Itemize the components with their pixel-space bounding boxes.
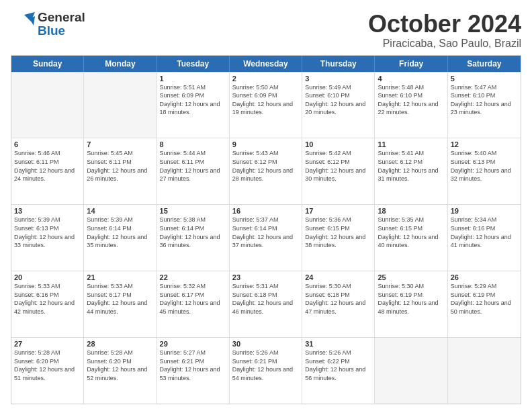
day-number: 2 — [232, 75, 299, 83]
day-info: Sunrise: 5:27 AM Sunset: 6:21 PM Dayligh… — [160, 349, 226, 382]
day-info: Sunrise: 5:38 AM Sunset: 6:14 PM Dayligh… — [160, 216, 226, 249]
day-info: Sunrise: 5:51 AM Sunset: 6:09 PM Dayligh… — [160, 83, 226, 117]
calendar-week-row: 13Sunrise: 5:39 AM Sunset: 6:13 PM Dayli… — [11, 204, 521, 271]
day-info: Sunrise: 5:33 AM Sunset: 6:17 PM Dayligh… — [87, 282, 153, 316]
day-info: Sunrise: 5:45 AM Sunset: 6:11 PM Dayligh… — [87, 149, 153, 183]
calendar-day-cell: 10Sunrise: 5:42 AM Sunset: 6:12 PM Dayli… — [302, 138, 375, 204]
day-number: 5 — [451, 75, 518, 83]
day-info: Sunrise: 5:33 AM Sunset: 6:16 PM Dayligh… — [14, 282, 81, 316]
day-info: Sunrise: 5:42 AM Sunset: 6:12 PM Dayligh… — [305, 149, 371, 183]
day-number: 1 — [160, 75, 226, 83]
day-number: 28 — [87, 340, 153, 348]
day-info: Sunrise: 5:48 AM Sunset: 6:10 PM Dayligh… — [378, 83, 444, 117]
day-info: Sunrise: 5:39 AM Sunset: 6:13 PM Dayligh… — [14, 216, 81, 249]
day-info: Sunrise: 5:30 AM Sunset: 6:18 PM Dayligh… — [305, 282, 371, 316]
day-number: 21 — [87, 273, 153, 281]
day-number: 18 — [378, 207, 444, 215]
calendar-day-cell: 30Sunrise: 5:26 AM Sunset: 6:21 PM Dayli… — [230, 338, 302, 404]
calendar-day-cell: 11Sunrise: 5:41 AM Sunset: 6:12 PM Dayli… — [375, 138, 447, 204]
calendar-header-cell: Wednesday — [230, 56, 302, 72]
day-info: Sunrise: 5:26 AM Sunset: 6:22 PM Dayligh… — [305, 349, 371, 382]
day-info: Sunrise: 5:31 AM Sunset: 6:18 PM Dayligh… — [232, 282, 299, 316]
calendar-week-row: 27Sunrise: 5:28 AM Sunset: 6:20 PM Dayli… — [11, 337, 521, 404]
day-number: 29 — [160, 340, 226, 348]
day-number: 17 — [305, 207, 371, 215]
day-number: 23 — [232, 273, 299, 281]
calendar-day-cell: 16Sunrise: 5:37 AM Sunset: 6:14 PM Dayli… — [230, 205, 302, 271]
day-info: Sunrise: 5:26 AM Sunset: 6:21 PM Dayligh… — [232, 349, 299, 382]
day-info: Sunrise: 5:36 AM Sunset: 6:15 PM Dayligh… — [305, 216, 371, 249]
day-number: 20 — [14, 273, 81, 281]
calendar-day-cell: 21Sunrise: 5:33 AM Sunset: 6:17 PM Dayli… — [84, 271, 157, 337]
calendar-header-cell: Monday — [84, 56, 157, 72]
day-info: Sunrise: 5:41 AM Sunset: 6:12 PM Dayligh… — [378, 149, 444, 183]
day-info: Sunrise: 5:29 AM Sunset: 6:19 PM Dayligh… — [451, 282, 518, 316]
calendar-day-cell: 31Sunrise: 5:26 AM Sunset: 6:22 PM Dayli… — [302, 338, 375, 404]
calendar-header-cell: Friday — [375, 56, 447, 72]
day-number: 24 — [305, 273, 371, 281]
logo-blue: Blue — [38, 24, 85, 38]
day-number: 15 — [160, 207, 226, 215]
day-number: 14 — [87, 207, 153, 215]
calendar-day-cell: 28Sunrise: 5:28 AM Sunset: 6:20 PM Dayli… — [84, 338, 157, 404]
calendar-day-cell: 26Sunrise: 5:29 AM Sunset: 6:19 PM Dayli… — [448, 271, 521, 337]
calendar-header-cell: Saturday — [448, 56, 521, 72]
day-number: 8 — [160, 140, 226, 148]
calendar-body: 1Sunrise: 5:51 AM Sunset: 6:09 PM Daylig… — [11, 72, 521, 404]
day-number: 16 — [232, 207, 299, 215]
day-number: 19 — [451, 207, 518, 215]
day-number: 7 — [87, 140, 153, 148]
day-info: Sunrise: 5:28 AM Sunset: 6:20 PM Dayligh… — [87, 349, 153, 382]
calendar-day-cell: 17Sunrise: 5:36 AM Sunset: 6:15 PM Dayli… — [302, 205, 375, 271]
location: Piracicaba, Sao Paulo, Brazil — [368, 38, 521, 50]
calendar-day-cell — [11, 73, 84, 138]
calendar-day-cell: 12Sunrise: 5:40 AM Sunset: 6:13 PM Dayli… — [448, 138, 521, 204]
calendar-day-cell: 23Sunrise: 5:31 AM Sunset: 6:18 PM Dayli… — [230, 271, 302, 337]
day-number: 26 — [451, 273, 518, 281]
calendar-day-cell: 27Sunrise: 5:28 AM Sunset: 6:20 PM Dayli… — [11, 338, 84, 404]
calendar-day-cell: 25Sunrise: 5:30 AM Sunset: 6:19 PM Dayli… — [375, 271, 447, 337]
day-number: 22 — [160, 273, 226, 281]
day-info: Sunrise: 5:43 AM Sunset: 6:12 PM Dayligh… — [232, 149, 299, 183]
day-number: 10 — [305, 140, 371, 148]
calendar-day-cell: 22Sunrise: 5:32 AM Sunset: 6:17 PM Dayli… — [157, 271, 230, 337]
calendar-week-row: 6Sunrise: 5:46 AM Sunset: 6:11 PM Daylig… — [11, 138, 521, 204]
logo-text: GeneralBlue — [38, 11, 85, 38]
calendar-day-cell: 20Sunrise: 5:33 AM Sunset: 6:16 PM Dayli… — [11, 271, 84, 337]
calendar-day-cell — [375, 338, 447, 404]
day-number: 3 — [305, 75, 371, 83]
day-number: 25 — [378, 273, 444, 281]
day-info: Sunrise: 5:39 AM Sunset: 6:14 PM Dayligh… — [87, 216, 153, 249]
calendar-day-cell: 2Sunrise: 5:50 AM Sunset: 6:09 PM Daylig… — [230, 73, 302, 138]
logo-general: General — [38, 11, 85, 24]
calendar-day-cell — [84, 73, 157, 138]
calendar-day-cell: 14Sunrise: 5:39 AM Sunset: 6:14 PM Dayli… — [84, 205, 157, 271]
day-info: Sunrise: 5:44 AM Sunset: 6:11 PM Dayligh… — [160, 149, 226, 183]
calendar-header-cell: Tuesday — [157, 56, 230, 72]
day-number: 30 — [232, 340, 299, 348]
day-info: Sunrise: 5:28 AM Sunset: 6:20 PM Dayligh… — [14, 349, 81, 382]
day-info: Sunrise: 5:32 AM Sunset: 6:17 PM Dayligh… — [160, 282, 226, 316]
logo: GeneralBlue — [11, 11, 85, 38]
calendar-header-cell: Thursday — [302, 56, 375, 72]
calendar-week-row: 1Sunrise: 5:51 AM Sunset: 6:09 PM Daylig… — [11, 72, 521, 138]
calendar-day-cell: 3Sunrise: 5:49 AM Sunset: 6:10 PM Daylig… — [302, 73, 375, 138]
day-number: 13 — [14, 207, 81, 215]
day-number: 31 — [305, 340, 371, 348]
day-number: 4 — [378, 75, 444, 83]
day-number: 6 — [14, 140, 81, 148]
calendar-day-cell: 8Sunrise: 5:44 AM Sunset: 6:11 PM Daylig… — [157, 138, 230, 204]
calendar-day-cell: 6Sunrise: 5:46 AM Sunset: 6:11 PM Daylig… — [11, 138, 84, 204]
logo-bird-icon — [11, 12, 35, 36]
calendar-day-cell: 24Sunrise: 5:30 AM Sunset: 6:18 PM Dayli… — [302, 271, 375, 337]
calendar-day-cell: 1Sunrise: 5:51 AM Sunset: 6:09 PM Daylig… — [157, 73, 230, 138]
calendar-day-cell: 13Sunrise: 5:39 AM Sunset: 6:13 PM Dayli… — [11, 205, 84, 271]
day-info: Sunrise: 5:34 AM Sunset: 6:16 PM Dayligh… — [451, 216, 518, 249]
calendar-header-row: SundayMondayTuesdayWednesdayThursdayFrid… — [11, 56, 521, 72]
day-number: 12 — [451, 140, 518, 148]
calendar-day-cell: 19Sunrise: 5:34 AM Sunset: 6:16 PM Dayli… — [448, 205, 521, 271]
day-info: Sunrise: 5:47 AM Sunset: 6:10 PM Dayligh… — [451, 83, 518, 117]
calendar-day-cell: 4Sunrise: 5:48 AM Sunset: 6:10 PM Daylig… — [375, 73, 447, 138]
day-info: Sunrise: 5:46 AM Sunset: 6:11 PM Dayligh… — [14, 149, 81, 183]
calendar-day-cell: 15Sunrise: 5:38 AM Sunset: 6:14 PM Dayli… — [157, 205, 230, 271]
